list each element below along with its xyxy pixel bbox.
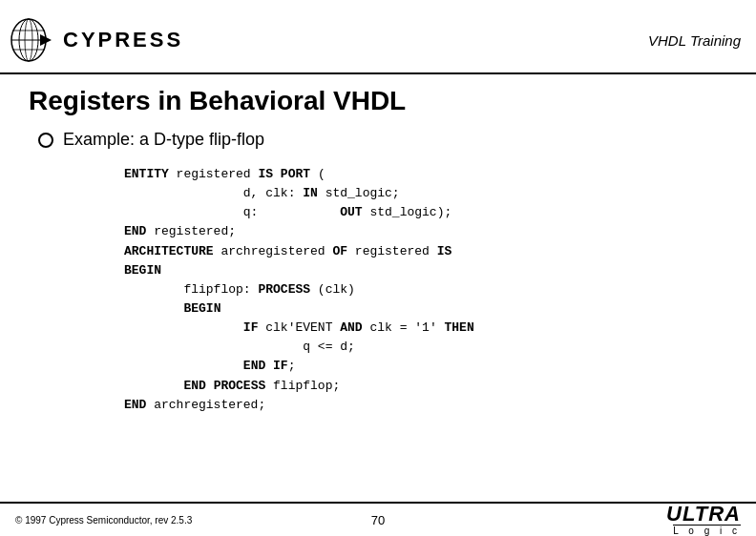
logo-text: CYPRESS xyxy=(63,28,183,52)
code-line: END registered; xyxy=(124,222,727,241)
footer: © 1997 Cypress Semiconductor, rev 2.5.3 … xyxy=(0,502,756,536)
code-line: END archregistered; xyxy=(124,396,727,415)
code-line: ARCHITECTURE archregistered OF registere… xyxy=(124,242,727,261)
cypress-logo-icon xyxy=(8,15,57,65)
main-content: Registers in Behavioral VHDL Example: a … xyxy=(0,74,756,415)
code-line: q: OUT std_logic); xyxy=(124,203,727,222)
code-line: q <= d; xyxy=(124,338,727,357)
code-line: END PROCESS flipflop; xyxy=(124,377,727,396)
code-line: BEGIN xyxy=(124,299,727,319)
code-block: ENTITY registered IS PORT ( d, clk: IN s… xyxy=(124,165,727,415)
slide-title: Registers in Behavioral VHDL xyxy=(29,86,727,116)
example-text: Example: a D-type flip-flop xyxy=(63,130,264,150)
footer-page-number: 70 xyxy=(371,513,385,527)
code-line: END IF; xyxy=(124,357,727,376)
code-line: ENTITY registered IS PORT ( xyxy=(124,165,727,184)
logic-text: L o g i c xyxy=(673,525,741,536)
code-line: d, clk: IN std_logic; xyxy=(124,184,727,203)
code-line: BEGIN xyxy=(124,261,727,280)
ultra-text: ULTRA xyxy=(666,504,741,525)
footer-copyright: © 1997 Cypress Semiconductor, rev 2.5.3 xyxy=(15,515,192,526)
header: CYPRESS VHDL Training xyxy=(0,0,756,74)
code-line: IF clk'EVENT AND clk = '1' THEN xyxy=(124,319,727,338)
header-title: VHDL Training xyxy=(648,32,741,49)
bullet-icon xyxy=(38,133,53,148)
example-line: Example: a D-type flip-flop xyxy=(38,130,727,150)
logo-area: CYPRESS xyxy=(8,15,183,65)
code-line: flipflop: PROCESS (clk) xyxy=(124,280,727,299)
ultra-logic-logo: ULTRA L o g i c xyxy=(666,504,741,536)
